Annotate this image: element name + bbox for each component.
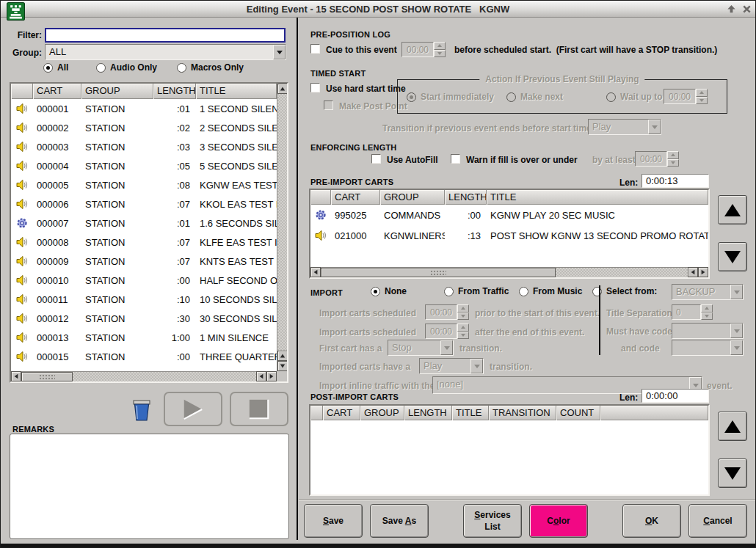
- filter-input[interactable]: [45, 28, 286, 43]
- use-hard-start-checkbox[interactable]: [310, 83, 320, 92]
- table-row[interactable]: 000005STATION:08KGNW EAS TEST: [11, 175, 287, 194]
- column-header[interactable]: [600, 406, 708, 420]
- table-row[interactable]: 000007STATION:011.6 SECONDS SIL: [11, 213, 287, 233]
- remarks-textarea[interactable]: [10, 434, 289, 539]
- column-header[interactable]: LENGTH: [445, 190, 487, 205]
- column-header[interactable]: CART: [33, 84, 81, 99]
- post-import-carts-table[interactable]: CARTGROUPLENGTHTITLETRANSITIONCOUNT: [309, 404, 710, 496]
- chevron-down-icon: [648, 120, 661, 134]
- column-header[interactable]: COUNT: [556, 406, 600, 420]
- horizontal-scrollbar[interactable]: [310, 267, 708, 277]
- column-header[interactable]: GROUP: [81, 84, 153, 99]
- table-row[interactable]: 000004STATION:055 SECONDS SILEN: [11, 156, 287, 175]
- table-row[interactable]: 000010STATION:00HALF SECOND OF: [11, 271, 287, 290]
- cell-cart: 000002: [33, 118, 81, 137]
- cue-time-spinbox: 00:00: [401, 42, 446, 57]
- play-button[interactable]: [164, 392, 222, 426]
- cell-title: KGNW PLAY 20 SEC MUSIC: [487, 205, 708, 225]
- save-as-button[interactable]: Save As: [370, 504, 429, 538]
- table-body[interactable]: 995025COMMANDS:00KGNW PLAY 20 SEC MUSIC0…: [310, 205, 708, 246]
- cart-type-cell: [11, 156, 33, 175]
- table-row[interactable]: 000011STATION:1010 SECONDS SILE: [11, 290, 287, 309]
- column-header[interactable]: CART: [323, 406, 360, 420]
- services-list-button[interactable]: ServicesList: [463, 504, 522, 538]
- clear-cart-bucket-icon[interactable]: [131, 398, 152, 422]
- horizontal-scrollbar[interactable]: [11, 371, 277, 381]
- save-button[interactable]: Save: [304, 504, 363, 538]
- table-row[interactable]: 000001STATION:011 SECOND SILEN: [11, 99, 287, 118]
- warn-fill-checkbox[interactable]: [451, 154, 460, 164]
- column-header[interactable]: TRANSITION: [489, 406, 556, 420]
- audio-icon: [16, 293, 28, 305]
- column-header[interactable]: GROUP: [380, 190, 445, 205]
- group-combobox[interactable]: ALL: [45, 44, 286, 60]
- color-button[interactable]: Color: [529, 504, 588, 538]
- table-row[interactable]: 000012STATION:3030 SECONDS SILE: [11, 309, 287, 328]
- title-separation-spinbox: 0: [672, 304, 713, 320]
- table-row[interactable]: 000009STATION:07KNTS EAS TEST IN: [11, 252, 287, 271]
- table-row[interactable]: 995025COMMANDS:00KGNW PLAY 20 SEC MUSIC: [310, 205, 708, 225]
- radio-all[interactable]: All: [43, 62, 68, 73]
- scroll-up-button[interactable]: [277, 351, 288, 361]
- move-up-button[interactable]: [718, 195, 747, 224]
- radio-import-from-traffic[interactable]: From Traffic: [444, 286, 509, 296]
- table-row[interactable]: 000008STATION:07KLFE EAS TEST IN: [11, 233, 287, 252]
- scroll-right-button[interactable]: [266, 371, 277, 381]
- table-body[interactable]: 000001STATION:011 SECOND SILEN000002STAT…: [11, 99, 287, 366]
- scroll-left-button[interactable]: [310, 267, 321, 277]
- cancel-button[interactable]: Cancel: [688, 504, 747, 538]
- cue-to-event-checkbox[interactable]: [310, 44, 320, 54]
- table-row[interactable]: 000002STATION:022 SECONDS SILEN: [11, 118, 287, 137]
- chevron-down-icon[interactable]: [273, 45, 286, 59]
- table-row[interactable]: 000015STATION:00THREE QUARTER: [11, 347, 287, 366]
- table-row[interactable]: 000003STATION:033 SECONDS SILEN: [11, 137, 287, 156]
- radio-import-from-music[interactable]: From Music: [519, 286, 582, 296]
- radio-import-select-from[interactable]: Select from:: [592, 286, 657, 296]
- column-header[interactable]: CART: [331, 190, 380, 205]
- pre-import-carts-table[interactable]: CARTGROUPLENGTHTITLE995025COMMANDS:00KGN…: [309, 189, 710, 279]
- column-header[interactable]: [310, 406, 323, 420]
- column-header[interactable]: [310, 190, 331, 205]
- close-button[interactable]: [740, 3, 753, 15]
- transition-before-start-label: Transition if previous event ends before…: [382, 123, 595, 134]
- cart-type-cell: [11, 347, 33, 366]
- radio-audio-only[interactable]: Audio Only: [96, 62, 157, 73]
- scrollbar-thumb[interactable]: [21, 372, 73, 381]
- use-autofill-checkbox[interactable]: [371, 154, 381, 164]
- cell-title: 1.6 SECONDS SIL: [196, 213, 277, 233]
- scroll-down-button[interactable]: [277, 361, 288, 371]
- table-row[interactable]: 000006STATION:07KKOL EAS TEST IN: [11, 194, 287, 213]
- scroll-left-button[interactable]: [256, 371, 266, 381]
- move-up-button[interactable]: [718, 412, 747, 441]
- audio-icon: [16, 332, 28, 343]
- cart-library-table[interactable]: CARTGROUPLENGTHTITLE000001STATION:011 SE…: [10, 82, 288, 383]
- column-header[interactable]: TITLE: [487, 190, 708, 205]
- column-header[interactable]: LENGTH: [404, 406, 452, 420]
- column-header[interactable]: GROUP: [360, 406, 404, 420]
- column-header[interactable]: TITLE: [452, 406, 489, 420]
- title-bar[interactable]: Editing Event - 15 SECOND POST SHOW ROTA…: [1, 1, 755, 18]
- shade-button[interactable]: [724, 3, 738, 15]
- inline-traffic-suffix: event.: [707, 381, 733, 391]
- cell-cart: 000001: [33, 99, 81, 118]
- scroll-left-button[interactable]: [688, 267, 698, 277]
- move-down-button[interactable]: [718, 242, 747, 271]
- scrollbar-thumb[interactable]: [321, 268, 556, 277]
- scroll-left-button[interactable]: [11, 371, 21, 381]
- use-hard-start-label: Use hard start time: [326, 84, 406, 94]
- pre-position-suffix: before scheduled start. (First cart will…: [454, 45, 717, 55]
- ok-button[interactable]: OK: [622, 504, 681, 538]
- scroll-right-button[interactable]: [698, 267, 708, 277]
- stop-button[interactable]: [230, 392, 288, 426]
- radio-import-none[interactable]: None: [371, 286, 407, 296]
- radio-macros-only[interactable]: Macros Only: [177, 62, 244, 73]
- table-row[interactable]: 021000KGNWLINERS:13POST SHOW KGNW 13 SEC…: [310, 225, 708, 246]
- column-header[interactable]: LENGTH: [153, 84, 196, 99]
- move-down-button[interactable]: [718, 459, 747, 488]
- column-header[interactable]: [11, 84, 33, 99]
- sched-prior-spinbox: 00:00: [425, 304, 469, 320]
- scroll-up-button[interactable]: [277, 84, 288, 94]
- column-header[interactable]: TITLE: [196, 84, 277, 99]
- vertical-scrollbar[interactable]: [277, 84, 287, 371]
- table-row[interactable]: 000013STATION1:001 MIN SILENCE: [11, 328, 287, 347]
